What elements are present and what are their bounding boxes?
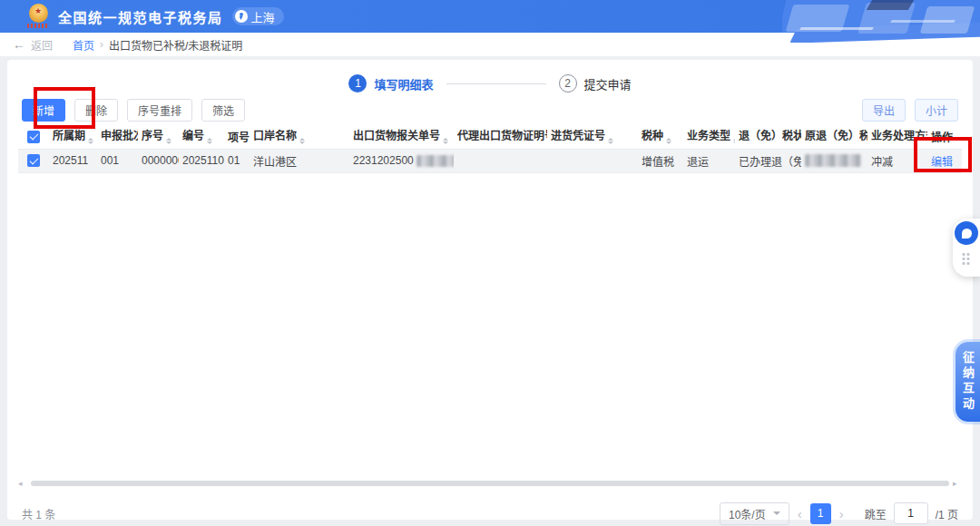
location-badge[interactable]: 上海 [232,7,284,25]
main-card: 1 填写明细表 2 提交申请 新增 删除 序号重排 筛选 导出 小计 [7,60,973,520]
table-header-row: 所属期 申报批次 序号 编号 项号 口岸名称 出口货物报关单号 代理出口货物证明… [18,125,962,149]
breadcrumb-home[interactable]: 首页 [73,37,94,53]
breadcrumb-current: 出口货物已补税/未退税证明 [109,37,242,53]
table-footer: 共 1 条 10条/页 ‹ 1 › 跳至 /1 页 [22,501,958,526]
page-size-value: 10条/页 [729,506,766,521]
cell-customs-no: 2231202500 [349,149,454,172]
cell-orig-amount [801,149,867,172]
redacted-customs-suffix [416,155,454,167]
step2-circle: 2 [559,74,577,93]
location-pin-icon [235,10,248,23]
chat-assistant-widget[interactable] [953,219,980,277]
scroll-left-icon[interactable]: ◂ [18,479,27,488]
col-biz-type[interactable]: 业务类型 [683,125,735,149]
pagination: 10条/页 ‹ 1 › 跳至 /1 页 [720,502,958,525]
subtotal-button[interactable]: 小计 [915,99,958,122]
add-button[interactable]: 新增 [22,99,65,122]
jump-page-input[interactable] [894,502,928,524]
select-all-header [18,125,49,149]
edit-link[interactable]: 编辑 [931,156,953,169]
col-customs-no[interactable]: 出口货物报关单号 [349,125,454,149]
col-tax-type[interactable]: 税种 [638,125,683,149]
sort-carets-icon[interactable] [443,135,448,147]
page-size-select[interactable]: 10条/页 [720,502,789,525]
row-checkbox[interactable] [27,154,40,167]
breadcrumb: ← 返回 首页 › 出口货物已补税/未退税证明 [0,33,980,56]
app-title: 全国统一规范电子税务局 [58,7,223,26]
back-arrow-icon[interactable]: ← [13,37,25,52]
row-select-cell [18,149,49,172]
step-fill-detail: 1 填写明细表 [348,74,433,93]
cell-period: 202511 [49,149,97,172]
total-pages-label: /1 页 [936,506,958,521]
cell-action: 编辑 [927,149,962,172]
cell-agent-cert [454,149,547,172]
sort-carets-icon[interactable] [88,135,93,147]
cell-voucher [547,149,638,172]
col-number[interactable]: 编号 [179,125,224,149]
col-agent-cert[interactable]: 代理出口货物证明号 [454,125,547,149]
col-process-method[interactable]: 业务处理方式 [867,125,927,149]
sort-carets-icon[interactable] [166,135,172,147]
app-header: 全国统一规范电子税务局 上海 [0,0,980,33]
col-item-no[interactable]: 项号 [224,125,250,149]
cell-item-no: 01 [224,149,250,172]
col-action: 操作 [927,125,962,149]
sort-carets-icon[interactable] [666,135,671,147]
detail-table: 所属期 申报批次 序号 编号 项号 口岸名称 出口货物报关单号 代理出口货物证明… [18,125,962,173]
cell-refund-status: 已办理退（免）税 [735,149,801,172]
col-orig-amount[interactable]: 原退（免）税额 [801,125,867,149]
reorder-button[interactable]: 序号重排 [127,99,192,122]
delete-button[interactable]: 删除 [74,99,118,122]
col-batch[interactable]: 申报批次 [97,125,138,149]
col-serial[interactable]: 序号 [138,125,179,149]
stepper-connector [446,83,546,84]
step2-label: 提交申请 [584,75,632,93]
tax-interaction-button[interactable]: 征纳互动 [956,342,980,422]
cell-port: 洋山港区 [250,149,349,172]
horizontal-scrollbar[interactable]: ◂ ▸ [18,479,962,488]
col-voucher[interactable]: 进货凭证号 [547,125,638,149]
col-period[interactable]: 所属期 [49,125,97,149]
cell-number: 2025110001 [179,149,224,172]
location-name: 上海 [251,8,275,25]
cell-batch: 001 [97,149,138,172]
drag-handle-icon[interactable] [963,253,971,266]
toolbar: 新增 删除 序号重排 筛选 导出 小计 [22,98,958,122]
col-port[interactable]: 口岸名称 [250,125,349,149]
tax-bureau-logo-icon [27,4,49,29]
sort-carets-icon[interactable] [299,135,305,147]
cell-process-method: 冲减 [867,149,927,172]
back-button[interactable]: 返回 [31,37,53,53]
redacted-amount [805,154,861,167]
select-all-checkbox[interactable] [27,131,40,143]
sort-carets-icon[interactable] [733,135,735,147]
prev-page-button[interactable]: ‹ [789,506,810,521]
cell-tax-type: 增值税 [638,149,683,172]
cell-serial: 00000001 [138,149,179,172]
sort-carets-icon[interactable] [608,135,613,147]
breadcrumb-separator: › [100,38,103,51]
table-row[interactable]: 202511 001 00000001 2025110001 01 洋山港区 2… [18,149,962,172]
sort-carets-icon[interactable] [207,135,212,147]
total-count: 共 1 条 [22,506,55,521]
jump-to-label: 跳至 [865,506,887,521]
scrollbar-thumb[interactable] [31,481,949,486]
stepper: 1 填写明细表 2 提交申请 [7,74,973,93]
export-button[interactable]: 导出 [862,99,906,122]
step1-label: 填写明细表 [374,75,433,93]
tax-interaction-label: 征纳互动 [959,351,976,413]
chat-bubble-icon[interactable] [955,221,978,245]
page-number-button[interactable]: 1 [810,503,831,524]
next-page-button[interactable]: › [831,506,852,521]
scroll-right-icon[interactable]: ▸ [953,479,962,488]
filter-button[interactable]: 筛选 [201,99,245,122]
step1-circle: 1 [348,74,367,93]
chevron-down-icon [773,511,780,519]
cell-biz-type: 退运 [683,149,735,172]
col-refund-status[interactable]: 退（免）税状态 [735,125,801,149]
step-submit-apply: 2 提交申请 [559,74,632,93]
